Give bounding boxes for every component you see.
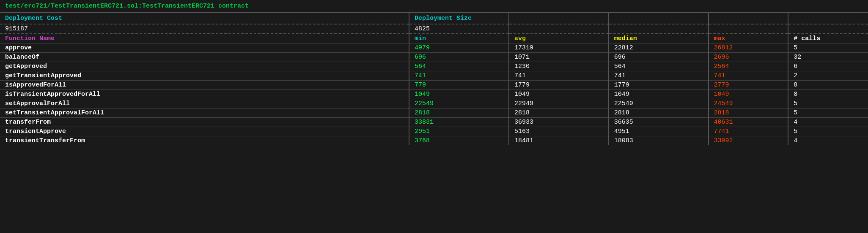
- avg-value: 18481: [514, 137, 533, 144]
- max-value-empty: [709, 24, 788, 34]
- row-min-cell: 3768: [409, 136, 509, 146]
- min-value: 2818: [415, 109, 430, 116]
- row-max-cell: 26812: [709, 43, 788, 53]
- median-value: 36635: [614, 119, 633, 126]
- table-row: balanceOf 696 1071 696 2696 32: [0, 53, 868, 62]
- max-header-empty: [709, 13, 788, 24]
- median-label: median: [614, 35, 637, 42]
- row-max-cell: 2564: [709, 62, 788, 71]
- row-max-cell: 2696: [709, 53, 788, 62]
- max-value: 26812: [714, 44, 733, 51]
- deployment-values-row: 915187 4825: [0, 24, 868, 34]
- row-min-cell: 696: [409, 53, 509, 62]
- median-value: 564: [614, 63, 626, 70]
- row-min-cell: 4979: [409, 43, 509, 53]
- row-calls-cell: 2: [788, 71, 868, 81]
- row-calls-cell: 5: [788, 127, 868, 136]
- min-value: 2951: [415, 128, 430, 135]
- avg-value: 2818: [514, 109, 530, 116]
- table-row: setApprovalForAll 22549 22949 22549 2454…: [0, 99, 868, 108]
- row-name-cell: setTransientApprovalForAll: [0, 108, 409, 118]
- max-value: 1049: [714, 91, 729, 98]
- calls-value: 4: [794, 137, 797, 144]
- calls-label: # calls: [794, 35, 820, 42]
- row-name-cell: balanceOf: [0, 53, 409, 62]
- row-avg-cell: 22949: [509, 99, 609, 108]
- row-calls-cell: 4: [788, 136, 868, 146]
- row-max-cell: 741: [709, 71, 788, 81]
- min-value: 564: [415, 63, 426, 70]
- row-min-cell: 2818: [409, 108, 509, 118]
- row-median-cell: 18083: [609, 136, 709, 146]
- row-name-cell: transientTransferFrom: [0, 136, 409, 146]
- row-avg-cell: 36933: [509, 118, 609, 127]
- function-name-value: approve: [5, 44, 32, 51]
- row-calls-cell: 4: [788, 118, 868, 127]
- gas-report-table: Deployment Cost Deployment Size 915187 4…: [0, 13, 868, 145]
- calls-value: 8: [794, 81, 797, 89]
- max-value: 2818: [714, 109, 729, 116]
- table-row: isTransientApprovedForAll 1049 1049 1049…: [0, 90, 868, 99]
- calls-value: 5: [794, 128, 797, 135]
- column-headers-row: Function Name min avg median max # calls: [0, 34, 868, 43]
- min-value: 22549: [415, 100, 434, 107]
- row-max-cell: 33992: [709, 136, 788, 146]
- row-avg-cell: 1071: [509, 53, 609, 62]
- row-min-cell: 741: [409, 71, 509, 81]
- row-median-cell: 2818: [609, 108, 709, 118]
- table-row: setTransientApprovalForAll 2818 2818 281…: [0, 108, 868, 118]
- main-container: test/erc721/TestTransientERC721.sol:Test…: [0, 0, 868, 145]
- contract-title: test/erc721/TestTransientERC721.sol:Test…: [5, 3, 249, 10]
- table-row: getApproved 564 1230 564 2564 6: [0, 62, 868, 71]
- table-row: isApprovedForAll 779 1779 1779 2779 8: [0, 81, 868, 90]
- function-name-value: balanceOf: [5, 54, 39, 61]
- calls-value: 32: [794, 54, 801, 61]
- median-value: 4951: [614, 128, 629, 135]
- min-value: 33831: [415, 119, 434, 126]
- avg-value: 22949: [514, 100, 533, 107]
- row-calls-cell: 8: [788, 81, 868, 90]
- function-name-value: transientTransferFrom: [5, 137, 85, 144]
- median-header-empty: [609, 13, 709, 24]
- row-calls-cell: 5: [788, 43, 868, 53]
- row-name-cell: isTransientApprovedForAll: [0, 90, 409, 99]
- avg-value: 1071: [514, 54, 530, 61]
- row-name-cell: approve: [0, 43, 409, 53]
- row-max-cell: 7741: [709, 127, 788, 136]
- max-value: 7741: [714, 128, 729, 135]
- row-median-cell: 4951: [609, 127, 709, 136]
- max-label: max: [714, 35, 725, 42]
- median-value: 1049: [614, 91, 629, 98]
- row-avg-cell: 1049: [509, 90, 609, 99]
- function-name-value: setApprovalForAll: [5, 100, 70, 107]
- function-name-label: Function Name: [5, 35, 55, 42]
- row-avg-cell: 17319: [509, 43, 609, 53]
- row-max-cell: 2779: [709, 81, 788, 90]
- function-name-value: isApprovedForAll: [5, 81, 66, 89]
- calls-header-empty: [788, 13, 868, 24]
- row-min-cell: 22549: [409, 99, 509, 108]
- max-value: 33992: [714, 137, 733, 144]
- deployment-cost-label: Deployment Cost: [5, 15, 62, 22]
- row-median-cell: 36635: [609, 118, 709, 127]
- row-median-cell: 1049: [609, 90, 709, 99]
- function-name-value: getApproved: [5, 63, 47, 70]
- min-value: 4979: [415, 44, 430, 51]
- deployment-size-value: 4825: [415, 25, 430, 33]
- function-name-header: Function Name: [0, 34, 409, 43]
- median-value: 1779: [614, 81, 629, 89]
- row-median-cell: 696: [609, 53, 709, 62]
- avg-value: 741: [514, 72, 526, 79]
- min-value: 1049: [415, 91, 430, 98]
- median-value: 696: [614, 54, 626, 61]
- median-value: 741: [614, 72, 626, 79]
- deployment-size-label: Deployment Size: [415, 15, 472, 22]
- row-max-cell: 40631: [709, 118, 788, 127]
- median-header: median: [609, 34, 709, 43]
- calls-value: 5: [794, 100, 797, 107]
- avg-value: 1230: [514, 63, 530, 70]
- row-calls-cell: 5: [788, 108, 868, 118]
- calls-value: 5: [794, 109, 797, 116]
- row-calls-cell: 6: [788, 62, 868, 71]
- calls-value: 4: [794, 119, 797, 126]
